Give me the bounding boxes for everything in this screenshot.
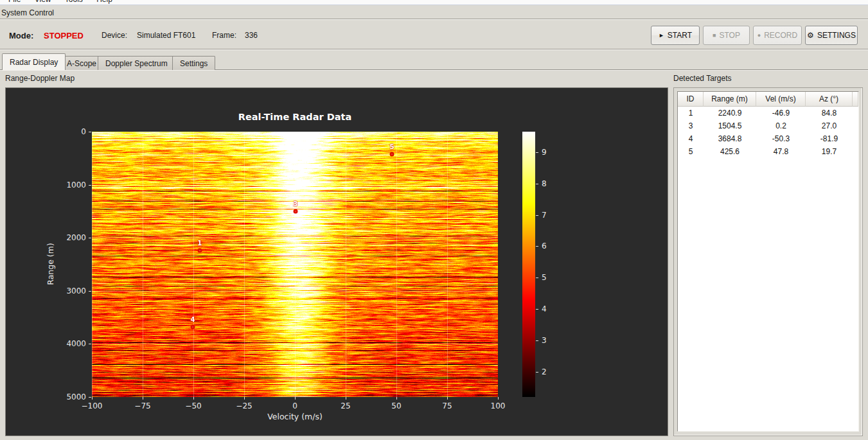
range-doppler-plot-panel: Real-Time Radar Data Velocity (m/s) Rang… [5, 87, 668, 436]
colorbar-tick-label: 9 [542, 148, 547, 157]
col-header-filler [853, 92, 858, 107]
x-tick-mark [92, 397, 93, 400]
table-row[interactable]: 3 1504.5 0.2 27.0 [678, 119, 858, 132]
menu-item-file[interactable]: File [3, 0, 26, 5]
gear-icon: ⚙ [807, 31, 814, 40]
stop-icon: ■ [713, 32, 716, 39]
x-tick-mark [193, 397, 194, 400]
colorbar-tick-mark [536, 246, 538, 247]
y-tick-mark [89, 185, 91, 186]
target-marker-label: 3 [293, 200, 297, 207]
system-control-group: System Control Mode: STOPPED Device: Sim… [0, 5, 868, 53]
y-tick-label: 5000 [66, 392, 86, 401]
table-row[interactable]: 5 425.6 47.8 19.7 [678, 145, 858, 158]
y-tick-mark [89, 291, 91, 292]
tab-doppler-spectrum[interactable]: Doppler Spectrum [98, 56, 175, 70]
x-tick-mark [346, 397, 346, 400]
x-axis-label: Velocity (m/s) [92, 412, 498, 421]
col-header-range[interactable]: Range (m) [704, 92, 756, 107]
record-button[interactable]: ● RECORD [753, 26, 802, 45]
mode-status-value: STOPPED [44, 31, 84, 40]
table-header-row: ID Range (m) Vel (m/s) Az (°) [678, 92, 858, 107]
menu-bar: File View Tools Help [0, 0, 868, 5]
colorbar-tick-mark [536, 184, 538, 184]
table-row[interactable]: 4 3684.8 -50.3 -81.9 [678, 132, 858, 145]
x-tick-mark [244, 397, 245, 400]
tab-bar: Radar Display A-Scope Doppler Spectrum S… [0, 53, 868, 70]
target-marker [293, 209, 297, 214]
device-label: Device: [102, 31, 127, 40]
tab-settings[interactable]: Settings [172, 56, 215, 70]
x-tick-label: 100 [491, 401, 506, 410]
tab-radar-display[interactable]: Radar Display [2, 53, 66, 70]
y-tick-label: 2000 [66, 233, 86, 242]
divider [0, 19, 868, 20]
target-marker-label: 1 [197, 240, 202, 247]
colorbar-tick-label: 6 [542, 242, 547, 251]
colorbar-tick-mark [536, 372, 538, 373]
colorbar-tick-mark [536, 309, 538, 310]
colorbar-tick-mark [536, 340, 538, 341]
colorbar-tick-label: 7 [542, 211, 547, 220]
play-icon: ► [659, 32, 664, 39]
x-tick-mark [143, 397, 143, 400]
device-value: Simulated FT601 [137, 31, 195, 40]
col-header-az[interactable]: Az (°) [806, 92, 853, 107]
y-axis-label: Range (m) [46, 243, 55, 285]
col-header-vel[interactable]: Vel (m/s) [756, 92, 806, 107]
record-dot-icon: ● [757, 32, 761, 39]
colorbar-tick-label: 5 [542, 273, 547, 282]
colorbar-tick-mark [536, 215, 538, 216]
frame-counter: 336 [245, 31, 258, 40]
x-tick-label: 75 [442, 401, 452, 410]
x-tick-label: 0 [292, 401, 297, 410]
target-marker [197, 249, 202, 253]
y-tick-mark [89, 397, 91, 398]
menu-item-tools[interactable]: Tools [59, 0, 89, 5]
range-doppler-heatmap[interactable] [92, 132, 498, 397]
menu-item-help[interactable]: Help [91, 0, 118, 5]
x-tick-mark [447, 397, 448, 400]
colorbar-tick-mark [536, 152, 538, 153]
colorbar-tick-label: 2 [542, 367, 547, 376]
frame-label: Frame: [212, 31, 236, 40]
target-marker-label: 4 [191, 316, 195, 323]
x-tick-label: 50 [391, 401, 401, 410]
settings-button[interactable]: ⚙ SETTINGS [805, 26, 858, 45]
tab-pane-highlight [0, 70, 868, 71]
stop-button[interactable]: ■ STOP [703, 26, 750, 45]
colorbar-tick-mark [536, 277, 538, 278]
x-tick-label: −50 [185, 401, 201, 410]
y-tick-label: 0 [81, 127, 86, 136]
start-button[interactable]: ► START [651, 26, 700, 45]
x-tick-mark [498, 397, 499, 400]
menu-item-view[interactable]: View [29, 0, 57, 5]
colorbar-tick-label: 8 [542, 179, 547, 188]
y-tick-label: 4000 [66, 339, 86, 348]
x-tick-label: −100 [82, 401, 103, 410]
colorbar [522, 132, 535, 397]
range-doppler-map-label: Range-Doppler Map [5, 74, 75, 83]
x-tick-label: −75 [134, 401, 150, 410]
y-tick-label: 3000 [66, 286, 86, 295]
detected-targets-panel: ID Range (m) Vel (m/s) Az (°) 1 2240.9 -… [673, 87, 863, 436]
target-marker [191, 325, 195, 330]
target-marker [390, 152, 394, 157]
col-header-id[interactable]: ID [678, 92, 704, 107]
colorbar-tick-label: 4 [542, 304, 547, 313]
x-tick-mark [295, 397, 296, 400]
y-tick-mark [89, 238, 91, 238]
detected-targets-label: Detected Targets [673, 74, 732, 83]
y-tick-mark [89, 132, 91, 132]
x-tick-label: 25 [341, 401, 350, 410]
table-row[interactable]: 1 2240.9 -46.9 84.8 [678, 107, 858, 119]
x-tick-label: −25 [236, 401, 252, 410]
group-title: System Control [1, 8, 54, 17]
targets-table: ID Range (m) Vel (m/s) Az (°) 1 2240.9 -… [677, 91, 859, 432]
x-tick-mark [396, 397, 397, 400]
plot-title: Real-Time Radar Data [92, 112, 498, 122]
divider [0, 49, 868, 50]
colorbar-tick-label: 3 [542, 336, 547, 345]
y-tick-label: 1000 [66, 180, 86, 189]
target-marker-label: 5 [390, 143, 394, 150]
